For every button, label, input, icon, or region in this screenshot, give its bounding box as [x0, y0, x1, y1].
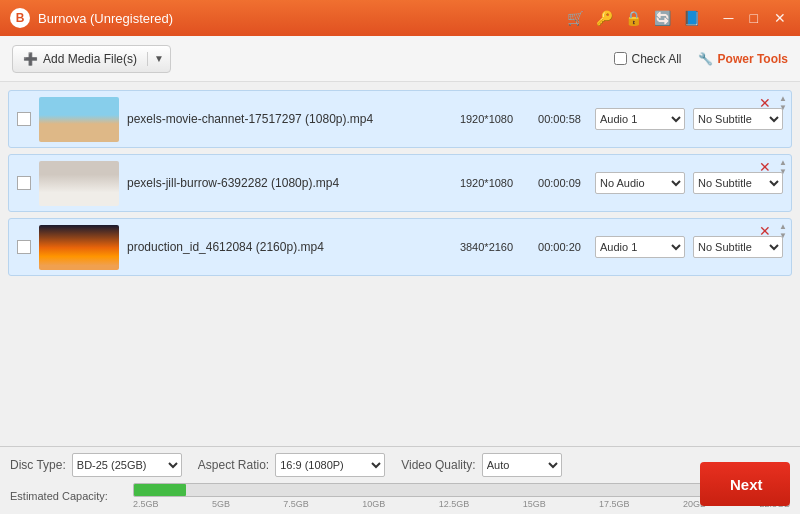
facebook-icon[interactable]: 📘	[683, 10, 700, 26]
capacity-tick: 12.5GB	[439, 499, 470, 509]
title-bar-right: 🛒 🔑 🔒 🔄 📘 ─ □ ✕	[567, 8, 790, 28]
add-media-label: Add Media File(s)	[43, 52, 137, 66]
media-thumbnail	[39, 97, 119, 142]
reorder-down-arrow[interactable]: ▼	[779, 104, 787, 112]
capacity-section: 2.5GB5GB7.5GB10GB12.5GB15GB17.5GB20GB22.…	[133, 483, 790, 509]
wrench-icon: 🔧	[698, 52, 713, 66]
video-quality-field: Video Quality: Auto	[401, 453, 562, 477]
capacity-row: Estimated Capacity: 2.5GB5GB7.5GB10GB12.…	[10, 483, 790, 509]
key-icon[interactable]: 🔑	[596, 10, 613, 26]
row-checkbox[interactable]	[17, 240, 31, 254]
check-all-checkbox[interactable]	[614, 52, 627, 65]
reorder-down-arrow[interactable]: ▼	[779, 168, 787, 176]
subtitle-select[interactable]: No Subtitle	[693, 236, 783, 258]
audio-select[interactable]: Audio 1No Audio	[595, 172, 685, 194]
subtitle-select[interactable]: No Subtitle	[693, 108, 783, 130]
check-all[interactable]: Check All	[614, 52, 682, 66]
row-checkbox[interactable]	[17, 176, 31, 190]
table-row: pexels-jill-burrow-6392282 (1080p).mp4 1…	[8, 154, 792, 212]
media-list: pexels-movie-channet-17517297 (1080p).mp…	[0, 82, 800, 446]
reorder-down-arrow[interactable]: ▼	[779, 232, 787, 240]
disc-type-field: Disc Type: BD-25 (25GB)	[10, 453, 182, 477]
estimated-capacity-label: Estimated Capacity:	[10, 490, 125, 502]
delete-button[interactable]: ✕	[759, 223, 771, 239]
lock-icon[interactable]: 🔒	[625, 10, 642, 26]
app-logo: B	[10, 8, 30, 28]
media-resolution: 1920*1080	[449, 113, 524, 125]
reorder-handle[interactable]: ▲ ▼	[779, 95, 787, 112]
row-checkbox[interactable]	[17, 112, 31, 126]
delete-button[interactable]: ✕	[759, 95, 771, 111]
reorder-handle[interactable]: ▲ ▼	[779, 159, 787, 176]
media-filename: production_id_4612084 (2160p).mp4	[127, 240, 441, 254]
media-duration: 00:00:58	[532, 113, 587, 125]
reorder-up-arrow[interactable]: ▲	[779, 95, 787, 103]
capacity-tick: 10GB	[362, 499, 385, 509]
minimize-button[interactable]: ─	[720, 8, 738, 28]
aspect-ratio-label: Aspect Ratio:	[198, 458, 269, 472]
aspect-ratio-select[interactable]: 16:9 (1080P)	[275, 453, 385, 477]
media-duration: 00:00:20	[532, 241, 587, 253]
plus-icon: ➕	[23, 52, 38, 66]
table-row: production_id_4612084 (2160p).mp4 3840*2…	[8, 218, 792, 276]
disc-type-label: Disc Type:	[10, 458, 66, 472]
media-duration: 00:00:09	[532, 177, 587, 189]
media-filename: pexels-jill-burrow-6392282 (1080p).mp4	[127, 176, 441, 190]
title-bar: B Burnova (Unregistered) 🛒 🔑 🔒 🔄 📘 ─ □ ✕	[0, 0, 800, 36]
title-bar-left: B Burnova (Unregistered)	[10, 8, 173, 28]
add-media-button[interactable]: ➕ Add Media File(s) ▼	[12, 45, 171, 73]
add-media-dropdown-arrow[interactable]: ▼	[148, 53, 170, 64]
power-tools-label: Power Tools	[718, 52, 788, 66]
media-thumbnail	[39, 225, 119, 270]
capacity-tick: 15GB	[523, 499, 546, 509]
media-filename: pexels-movie-channet-17517297 (1080p).mp…	[127, 112, 441, 126]
aspect-ratio-field: Aspect Ratio: 16:9 (1080P)	[198, 453, 385, 477]
reorder-up-arrow[interactable]: ▲	[779, 223, 787, 231]
app-title: Burnova (Unregistered)	[38, 11, 173, 26]
media-thumbnail	[39, 161, 119, 206]
bottom-bar: Disc Type: BD-25 (25GB) Aspect Ratio: 16…	[0, 446, 800, 514]
reorder-handle[interactable]: ▲ ▼	[779, 223, 787, 240]
capacity-ticks: 2.5GB5GB7.5GB10GB12.5GB15GB17.5GB20GB22.…	[133, 499, 790, 509]
table-row: pexels-movie-channet-17517297 (1080p).mp…	[8, 90, 792, 148]
restore-button[interactable]: □	[746, 8, 762, 28]
capacity-bar	[133, 483, 790, 497]
media-resolution: 3840*2160	[449, 241, 524, 253]
capacity-tick: 5GB	[212, 499, 230, 509]
window-controls: ─ □ ✕	[720, 8, 790, 28]
refresh-icon[interactable]: 🔄	[654, 10, 671, 26]
capacity-tick: 7.5GB	[283, 499, 309, 509]
video-quality-label: Video Quality:	[401, 458, 476, 472]
check-all-label: Check All	[632, 52, 682, 66]
cart-icon[interactable]: 🛒	[567, 10, 584, 26]
disc-type-select[interactable]: BD-25 (25GB)	[72, 453, 182, 477]
subtitle-select[interactable]: No Subtitle	[693, 172, 783, 194]
audio-select[interactable]: Audio 1No Audio	[595, 108, 685, 130]
capacity-tick: 17.5GB	[599, 499, 630, 509]
bottom-controls: Disc Type: BD-25 (25GB) Aspect Ratio: 16…	[10, 453, 790, 477]
capacity-fill	[134, 484, 186, 496]
reorder-up-arrow[interactable]: ▲	[779, 159, 787, 167]
bottom-left: Disc Type: BD-25 (25GB) Aspect Ratio: 16…	[10, 453, 790, 514]
toolbar-right: Check All 🔧 Power Tools	[614, 52, 788, 66]
toolbar: ➕ Add Media File(s) ▼ Check All 🔧 Power …	[0, 36, 800, 82]
audio-select[interactable]: Audio 1No Audio	[595, 236, 685, 258]
add-media-main[interactable]: ➕ Add Media File(s)	[13, 52, 148, 66]
media-resolution: 1920*1080	[449, 177, 524, 189]
power-tools-button[interactable]: 🔧 Power Tools	[698, 52, 788, 66]
close-button[interactable]: ✕	[770, 8, 790, 28]
video-quality-select[interactable]: Auto	[482, 453, 562, 477]
delete-button[interactable]: ✕	[759, 159, 771, 175]
next-button[interactable]: Next	[700, 462, 790, 506]
capacity-tick: 2.5GB	[133, 499, 159, 509]
